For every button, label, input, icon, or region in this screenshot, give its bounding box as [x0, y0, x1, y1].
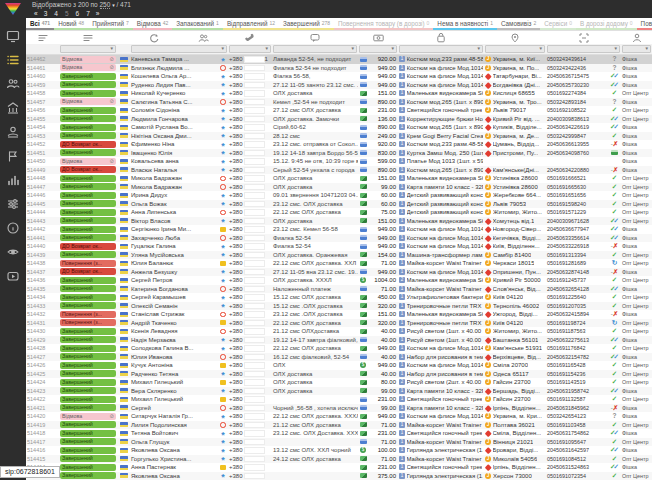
app-logo[interactable] — [5, 3, 21, 15]
tracking-number[interactable]: 0501691084512 — [546, 455, 608, 464]
table-row[interactable]: 514417 Завершений Ольга Глущук +380 71.0… — [26, 438, 652, 447]
phone-link[interactable]: +380 — [228, 463, 272, 472]
tracking-number[interactable]: 0501691207035 — [546, 302, 608, 311]
tracking-number[interactable]: 20450631845962 — [546, 404, 608, 413]
name-filter[interactable]: ▼ — [131, 45, 227, 53]
page-number[interactable]: 5 — [65, 10, 69, 17]
table-row[interactable]: 514453 Завершений Нікітіна Оксана Дми...… — [26, 132, 652, 141]
phone-link[interactable]: +380 — [228, 200, 272, 209]
tab-Всі[interactable]: Всі471 — [26, 18, 54, 30]
manager-icon[interactable] — [621, 31, 652, 44]
comment-filter[interactable]: ▼ — [273, 45, 357, 53]
table-row[interactable]: 514420 Відмова Ситарчук Наталія Гр... +3… — [26, 412, 652, 421]
tracking-number[interactable]: 20450631754862 — [546, 429, 608, 438]
tracking-number[interactable]: 0501691132587 — [546, 395, 608, 404]
last-page-button[interactable]: » — [96, 10, 100, 17]
page-number[interactable]: 4 — [54, 10, 58, 17]
video-icon[interactable] — [6, 268, 21, 283]
page-number[interactable]: 6 — [76, 10, 80, 17]
phone-link[interactable]: +380 — [228, 132, 272, 141]
table-row[interactable]: 514438 Повернення (з... Юлия Баланюк +38… — [26, 259, 652, 268]
table-row[interactable]: 514458 Завершений Николай Кучеренко +380… — [26, 89, 652, 98]
table-row[interactable]: 514427 Завершений Юлия Иванова +380 16.1… — [26, 353, 652, 362]
phone-link[interactable]: +380 — [228, 234, 272, 243]
page-size-dropdown[interactable]: 250 — [100, 1, 111, 9]
table-row[interactable]: 514430 Завершений Ксенія Левадняя +380 2… — [26, 327, 652, 336]
tracking-number[interactable]: 0501692274384 — [546, 89, 608, 98]
phone-link[interactable]: +380 — [228, 310, 272, 319]
stats-icon[interactable] — [6, 172, 21, 187]
tracking-number[interactable]: 20450632154782 — [546, 353, 608, 362]
table-row[interactable]: 514426 Завершений Кучук Антоніна +380 ОЛ… — [26, 361, 652, 370]
tab-Сервіси[interactable]: Сервіси0 — [540, 18, 576, 30]
table-row[interactable]: 514444 Завершений Анна Липенська +380 22… — [26, 208, 652, 217]
phone-link[interactable]: +380 — [228, 140, 272, 149]
table-row[interactable]: 514448 Завершений Микола Бадражан +380 О… — [26, 174, 652, 183]
tracking-filter[interactable]: ▼ — [547, 45, 620, 53]
phone-link[interactable]: +380 — [228, 276, 272, 285]
tracking-number[interactable]: 20450636715475 — [546, 72, 608, 81]
table-row[interactable]: 514433 Завершений Олексій Семанін +380 1… — [26, 302, 652, 311]
tracking-number[interactable]: 20400309671628 — [546, 217, 608, 226]
table-row[interactable]: 514440 ДО Возврат ок... Гуцалюк Галина +… — [26, 242, 652, 251]
table-row[interactable]: 514428 Завершений Солодкова Галина В... … — [26, 344, 652, 353]
phone-link[interactable]: +380 — [228, 285, 272, 294]
phone-link[interactable]: +380 — [228, 370, 272, 379]
phone-link[interactable]: +380 — [228, 242, 272, 251]
table-row[interactable]: 514424 Завершений Михаил Гилецький +380 … — [26, 378, 652, 387]
table-row[interactable]: 514419 Завершений Лилия Подолинская +380… — [26, 421, 652, 430]
orders-list-icon[interactable] — [6, 52, 21, 67]
phone-link[interactable]: +380 — [228, 421, 272, 430]
table-row[interactable]: 514418 Завершений Тетяна Войтович +380 2… — [26, 429, 652, 438]
tab-Відправлений[interactable]: Відправлений12 — [223, 18, 279, 30]
phone-link[interactable]: +380 — [228, 98, 272, 107]
table-row[interactable]: 514451 Завершений Іващенко Юлія +380 19.… — [26, 149, 652, 158]
table-row[interactable]: 514416 Завершений Яковлева Оксана +380 1… — [26, 446, 652, 455]
phone-link[interactable]: +380 — [228, 412, 272, 421]
source-filter[interactable]: ▼ — [622, 45, 651, 53]
table-row[interactable]: 514429 Завершений Надія Мерзаєва +380 19… — [26, 336, 652, 345]
table-row[interactable]: 514459 Завершений Руденко Лидия Пав... +… — [26, 81, 652, 90]
table-row[interactable]: 514443 Завершений Віктор Власов +380 ОЛХ… — [26, 217, 652, 226]
tab-Самовивіз[interactable]: Самовивіз2 — [497, 18, 540, 30]
status-list-icon[interactable] — [59, 31, 117, 44]
tracking-number[interactable]: 0501691198724 — [546, 319, 608, 328]
phone-icon[interactable] — [228, 31, 272, 44]
phone-link[interactable]: +380 — [228, 404, 272, 413]
phone-link[interactable]: +380 — [228, 64, 272, 73]
table-row[interactable]: 514449 ДО Возврат ок... Власюк Наталья +… — [26, 166, 652, 175]
table-row[interactable]: 514456 Завершений Соломія Сідоніна +380 … — [26, 106, 652, 115]
tab-Повернення товару (в дорозі)[interactable]: Повернення товару (в дорозі)0 — [334, 18, 433, 30]
table-row[interactable]: 514446 Завершений Ирина Дидух +380 09.01… — [26, 191, 652, 200]
phone-link[interactable]: +380 — [228, 115, 272, 124]
page-number[interactable]: 7 — [86, 10, 90, 17]
tracking-number[interactable]: 0501691281689 — [546, 259, 608, 268]
tab-В дорозі додому[interactable]: В дорозі додому0 — [576, 18, 637, 30]
tracking-number[interactable]: 0501691666521 — [546, 174, 608, 183]
phone-link[interactable]: +380 — [228, 157, 272, 166]
table-row[interactable]: 514413 Завершений Яковлева Оксана +380 3… — [26, 472, 652, 480]
tracking-number[interactable]: 0501691225640 — [546, 293, 608, 302]
status-filter[interactable]: ▼ — [60, 45, 116, 53]
phone-link[interactable]: +380 — [228, 446, 272, 455]
table-row[interactable]: 514436 Завершений Сергей Петров +380 ОЛХ… — [26, 276, 652, 285]
tracking-number[interactable]: 20450636613955 — [546, 140, 608, 149]
tab-Завершений[interactable]: Завершений278 — [279, 18, 334, 30]
table-row[interactable]: 514445 Завершений Ольга Вожак +380 23.12… — [26, 200, 652, 209]
phone-link[interactable]: +380 — [228, 387, 272, 396]
table-row[interactable]: 514454 Завершений Самотій Руслана Во... … — [26, 123, 652, 132]
tab-Запакований[interactable]: Запакований1 — [172, 18, 223, 30]
phone-link[interactable]: +380 — [228, 166, 272, 175]
table-row[interactable]: 514457 Відмова Салєгина Татьяна С... +38… — [26, 98, 652, 107]
tracking-number[interactable]: 0503242999847 — [546, 132, 608, 141]
phone-link[interactable]: +380 — [228, 149, 272, 158]
tracking-number[interactable]: 0501691143519 — [546, 378, 608, 387]
table-row[interactable]: 514437 ДО Возврат ок... Анжела Безушку +… — [26, 268, 652, 277]
dashboard-icon[interactable] — [6, 28, 21, 43]
tracking-scan-icon[interactable] — [546, 31, 621, 44]
phone-link[interactable]: +380 — [228, 302, 272, 311]
tab-Новий[interactable]: Новий48 — [54, 18, 88, 30]
tracking-number[interactable]: 0501691165428 — [546, 361, 608, 370]
payments-icon[interactable] — [6, 124, 21, 139]
table-row[interactable]: 514462 Відмова Каневська Тамара ... +380… — [26, 55, 652, 64]
